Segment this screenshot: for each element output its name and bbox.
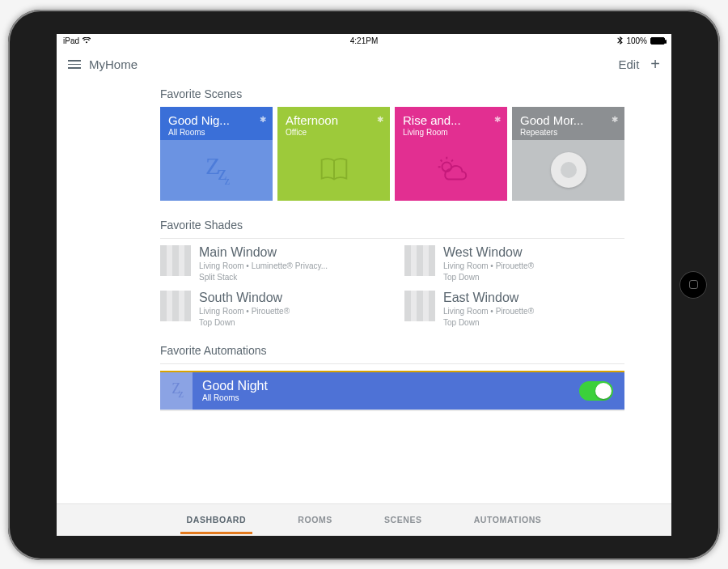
edit-button[interactable]: Edit: [618, 57, 639, 71]
scene-tile-good-morning[interactable]: Good Mor... Repeaters ✱: [512, 107, 624, 201]
favorite-automations-section: Favorite Automations Zz Good Night All R…: [160, 344, 624, 411]
section-title-scenes: Favorite Scenes: [160, 87, 624, 100]
shade-thumbnail: [404, 245, 435, 276]
scene-name: Good Nig...: [168, 113, 256, 127]
ipad-frame: iPad 4:21PM 100% MyHome Edit +: [8, 10, 720, 560]
shade-detail: Living Room • Pirouette®: [199, 306, 290, 316]
book-icon: [277, 140, 390, 201]
shade-item-south-window[interactable]: South Window Living Room • Pirouette® To…: [160, 291, 380, 328]
scene-sub: All Rooms: [168, 128, 266, 137]
tab-bar: DASHBOARD ROOMS SCENES AUTOMATIONS: [57, 503, 671, 536]
scene-name: Good Mor...: [520, 113, 607, 127]
shade-list: Main Window Living Room • Luminette® Pri…: [160, 245, 624, 328]
gear-icon[interactable]: ✱: [377, 115, 383, 124]
sun-cloud-icon: [395, 140, 507, 201]
shade-item-east-window[interactable]: East Window Living Room • Pirouette® Top…: [404, 291, 624, 328]
favorite-shades-section: Favorite Shades Main Window Living Room …: [160, 219, 624, 328]
screen: iPad 4:21PM 100% MyHome Edit +: [57, 34, 671, 536]
shade-detail: Living Room • Pirouette®: [443, 261, 534, 271]
device-label: iPad: [63, 36, 79, 45]
menu-icon[interactable]: [68, 60, 81, 69]
page-title: MyHome: [89, 57, 138, 71]
wifi-icon: [83, 36, 91, 45]
clock: 4:21PM: [350, 36, 378, 45]
section-title-shades: Favorite Shades: [160, 219, 624, 231]
shade-detail: Living Room • Pirouette®: [443, 306, 534, 316]
sleep-zz-icon: Zz: [160, 372, 193, 410]
divider: [160, 238, 624, 239]
status-bar: iPad 4:21PM 100%: [57, 34, 671, 49]
automation-sub: All Rooms: [202, 393, 268, 402]
scene-tile-good-night[interactable]: Good Nig... All Rooms ✱ Zzz: [160, 107, 273, 201]
shade-detail: Top Down: [443, 272, 534, 282]
shade-name: Main Window: [199, 245, 328, 260]
automation-item-good-night[interactable]: Zz Good Night All Rooms: [160, 371, 624, 411]
tab-automations[interactable]: AUTOMATIONS: [471, 505, 545, 534]
bluetooth-icon: [617, 36, 623, 46]
shade-detail: Living Room • Luminette® Privacy...: [199, 261, 328, 271]
repeater-icon: [551, 152, 586, 188]
battery-percent: 100%: [626, 36, 647, 45]
scene-tiles: Good Nig... All Rooms ✱ Zzz Afternoon Of…: [160, 107, 624, 201]
shade-thumbnail: [160, 245, 191, 276]
scene-sub: Living Room: [403, 128, 501, 137]
gear-icon[interactable]: ✱: [260, 115, 266, 124]
automation-toggle[interactable]: [579, 381, 613, 401]
shade-name: South Window: [199, 291, 290, 305]
shade-thumbnail: [404, 291, 435, 321]
shade-name: West Window: [443, 245, 534, 260]
shade-detail: Top Down: [199, 317, 290, 328]
shade-detail: Split Stack: [199, 272, 328, 282]
section-title-automations: Favorite Automations: [160, 344, 624, 357]
shade-detail: Top Down: [443, 317, 534, 328]
tab-rooms[interactable]: ROOMS: [294, 505, 336, 534]
ipad-home-button[interactable]: [679, 271, 707, 299]
scene-name: Afternoon: [286, 113, 373, 127]
scene-name: Rise and...: [403, 113, 490, 127]
shade-name: East Window: [443, 291, 534, 305]
sleep-zz-icon: Zzz: [205, 152, 227, 188]
scene-tile-afternoon[interactable]: Afternoon Office ✱: [277, 107, 390, 201]
main-content: Favorite Scenes Good Nig... All Rooms ✱ …: [57, 81, 671, 503]
tab-scenes[interactable]: SCENES: [381, 505, 425, 534]
add-button[interactable]: +: [650, 55, 660, 74]
automation-name: Good Night: [202, 379, 268, 393]
scene-tile-rise-and-shine[interactable]: Rise and... Living Room ✱: [395, 107, 507, 201]
gear-icon[interactable]: ✱: [612, 115, 618, 124]
scene-sub: Office: [286, 128, 383, 137]
gear-icon[interactable]: ✱: [494, 115, 501, 124]
tab-dashboard[interactable]: DASHBOARD: [184, 505, 250, 534]
favorite-scenes-section: Favorite Scenes Good Nig... All Rooms ✱ …: [160, 87, 624, 201]
scene-sub: Repeaters: [520, 128, 618, 137]
shade-item-main-window[interactable]: Main Window Living Room • Luminette® Pri…: [160, 245, 380, 282]
divider: [160, 363, 624, 364]
shade-item-west-window[interactable]: West Window Living Room • Pirouette® Top…: [404, 245, 624, 282]
shade-thumbnail: [160, 291, 191, 321]
app-header: MyHome Edit +: [57, 49, 671, 81]
battery-icon: [650, 37, 665, 45]
